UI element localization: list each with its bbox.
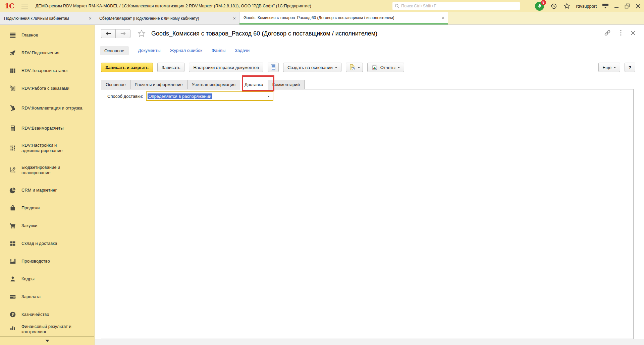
search-icon bbox=[394, 3, 400, 9]
save-button[interactable]: Записать bbox=[157, 63, 185, 72]
tab-close-icon[interactable] bbox=[442, 15, 444, 20]
sidebar-item-label: Склад и доставка bbox=[21, 241, 57, 246]
register-icon bbox=[271, 64, 276, 71]
navlink-tasks[interactable]: Задачи bbox=[235, 48, 250, 53]
navlink-main-active[interactable]: Основное bbox=[100, 46, 129, 55]
close-icon bbox=[636, 4, 641, 9]
search-input[interactable] bbox=[401, 3, 520, 9]
restore-button[interactable] bbox=[625, 3, 630, 9]
close-form-button[interactable] bbox=[630, 29, 636, 37]
main-menu-icon[interactable] bbox=[21, 4, 28, 8]
page-tab-accounting-info[interactable]: Учетная информация bbox=[187, 80, 240, 89]
combobox-dropdown-button[interactable] bbox=[264, 92, 273, 100]
more-button[interactable]: Еще bbox=[598, 63, 620, 72]
global-search[interactable] bbox=[392, 2, 520, 10]
document-title: Goods_Комиссия с товаров_Расход 60 (Дого… bbox=[151, 30, 377, 37]
button-label: Создать на основании bbox=[287, 65, 333, 70]
form-page-tabs: Основное Расчеты и оформление Учетная ин… bbox=[101, 80, 305, 89]
scheduled-document-button[interactable] bbox=[346, 63, 363, 72]
page-tab-calculations[interactable]: Расчеты и оформление bbox=[130, 80, 187, 89]
tab-close-icon[interactable] bbox=[233, 16, 236, 21]
sidebar-item-warehouse[interactable]: Склад и доставка bbox=[0, 234, 95, 252]
copy-link-button[interactable] bbox=[603, 29, 611, 37]
shopping-cart-icon bbox=[9, 222, 17, 230]
page-tab-comment[interactable]: Комментарий bbox=[268, 80, 305, 89]
forward-button[interactable] bbox=[116, 29, 130, 38]
bar-chart-icon bbox=[9, 324, 17, 332]
sidebar-item-label: RDV:Товарный каталог bbox=[21, 68, 68, 73]
sidebar-scroll-down-button[interactable] bbox=[0, 336, 94, 345]
title-bar: 1С ДЕМО-режим RDV Маркет RM-KA-MODEL / 1… bbox=[0, 0, 644, 12]
sidebar-item-crm[interactable]: CRM и маркетинг bbox=[0, 181, 95, 199]
sidebar-item-budgeting[interactable]: Бюджетирование и планирование bbox=[0, 159, 95, 181]
sidebar-item-rdv-settlements[interactable]: RDV:Взаиморасчеты bbox=[0, 119, 95, 137]
tab-label: Основное bbox=[106, 82, 126, 87]
sidebar-item-label: Главное bbox=[21, 32, 38, 38]
tab-label: Доставка bbox=[245, 82, 263, 87]
form-menu-button[interactable] bbox=[620, 29, 622, 37]
sidebar-item-purchases[interactable]: Закупки bbox=[0, 217, 95, 234]
sidebar-item-sales[interactable]: Продажи bbox=[0, 199, 95, 217]
sidebar-item-treasury[interactable]: Казначейство bbox=[0, 305, 95, 323]
notifications-button[interactable]: 5 bbox=[535, 1, 544, 11]
history-button[interactable] bbox=[550, 2, 557, 10]
page-tab-delivery[interactable]: Доставка bbox=[240, 80, 268, 89]
tab-sbermegamarket[interactable]: СберМегаМаркет (Подключение к личному ка… bbox=[95, 12, 239, 24]
current-user[interactable]: rdvsupport bbox=[576, 4, 597, 9]
delivery-method-combobox[interactable]: Определяется в распоряжении bbox=[146, 91, 273, 101]
button-label: Записать bbox=[162, 65, 180, 70]
product-catalog-icon bbox=[9, 67, 17, 75]
history-clock-icon bbox=[550, 2, 557, 10]
sidebar-item-rdv-orders[interactable]: RDV:Работа с заказами bbox=[0, 79, 95, 97]
back-button[interactable] bbox=[101, 29, 116, 38]
sidebar-item-rdv-admin[interactable]: RDV:Настройки и администрирование bbox=[0, 137, 95, 159]
save-and-close-button[interactable]: Записать и закрыть bbox=[101, 63, 153, 72]
chevron-down-icon bbox=[335, 67, 337, 69]
sidebar-item-production[interactable]: Производство bbox=[0, 252, 95, 270]
help-button[interactable]: ? bbox=[625, 63, 635, 72]
navlink-files[interactable]: Файлы bbox=[212, 48, 225, 53]
minimize-button[interactable] bbox=[614, 4, 619, 8]
navlink-error-log[interactable]: Журнал ошибок bbox=[170, 48, 202, 53]
person-icon bbox=[9, 275, 17, 283]
reports-button[interactable]: Отчеты bbox=[367, 63, 404, 72]
favorites-button[interactable] bbox=[563, 2, 571, 10]
sections-panel: Главное RDV:Подключения RDV:Товарный кат… bbox=[0, 25, 95, 345]
selected-text: Определяется в распоряжении bbox=[148, 93, 212, 99]
tab-goods-commission-active[interactable]: Goods_Комиссия с товаров_Расход 60 (Дого… bbox=[239, 12, 448, 24]
sidebar-item-financial-result[interactable]: Финансовый результат и контроллинг bbox=[0, 323, 95, 338]
link-icon bbox=[603, 29, 611, 37]
sidebar-item-rdv-shipping[interactable]: RDV:Комплектация и отгрузка bbox=[0, 97, 95, 119]
page-tab-main[interactable]: Основное bbox=[101, 80, 130, 89]
form-navigation-links: Основное Документы Журнал ошибок Файлы З… bbox=[100, 46, 250, 56]
sidebar-item-rdv-catalog[interactable]: RDV:Товарный каталог bbox=[0, 62, 95, 79]
close-window-button[interactable] bbox=[636, 4, 641, 9]
button-label: Еще bbox=[603, 65, 611, 70]
add-to-favorites-button[interactable] bbox=[137, 29, 146, 38]
sidebar-item-label: Казначейство bbox=[21, 312, 49, 317]
1c-logo: 1С bbox=[5, 2, 14, 10]
send-settings-button[interactable]: Настройки отправки документов bbox=[189, 63, 263, 72]
sidebar-item-hr[interactable]: Кадры bbox=[0, 270, 95, 288]
sidebar-item-main[interactable]: Главное bbox=[0, 26, 95, 44]
orders-document-icon bbox=[9, 84, 17, 92]
sidebar-item-payroll[interactable]: Зарплата bbox=[0, 288, 95, 305]
application-window: 1С ДЕМО-режим RDV Маркет RM-KA-MODEL / 1… bbox=[0, 0, 644, 345]
register-records-button[interactable] bbox=[268, 63, 279, 72]
create-based-on-button[interactable]: Создать на основании bbox=[283, 63, 341, 72]
sidebar-item-rdv-connections[interactable]: RDV:Подключения bbox=[0, 44, 95, 62]
service-menu-icon bbox=[602, 3, 608, 6]
chevron-down-icon bbox=[268, 96, 270, 98]
shopping-bag-icon bbox=[9, 204, 17, 212]
history-nav bbox=[101, 29, 130, 38]
tab-close-icon[interactable] bbox=[89, 16, 92, 21]
service-menu-button[interactable] bbox=[602, 3, 608, 10]
command-bar: Записать и закрыть Записать Настройки от… bbox=[101, 62, 635, 72]
window-tab-bar: Подключения к личным кабинетам СберМегаМ… bbox=[0, 12, 644, 25]
sidebar-item-label: Финансовый результат и контроллинг bbox=[21, 324, 90, 335]
tab-connections-list[interactable]: Подключения к личным кабинетам bbox=[0, 12, 95, 24]
document-clock-icon bbox=[349, 64, 356, 71]
combobox-value[interactable]: Определяется в распоряжении bbox=[147, 92, 264, 100]
navlink-documents[interactable]: Документы bbox=[138, 48, 161, 53]
sidebar-item-label: Зарплата bbox=[21, 294, 41, 299]
